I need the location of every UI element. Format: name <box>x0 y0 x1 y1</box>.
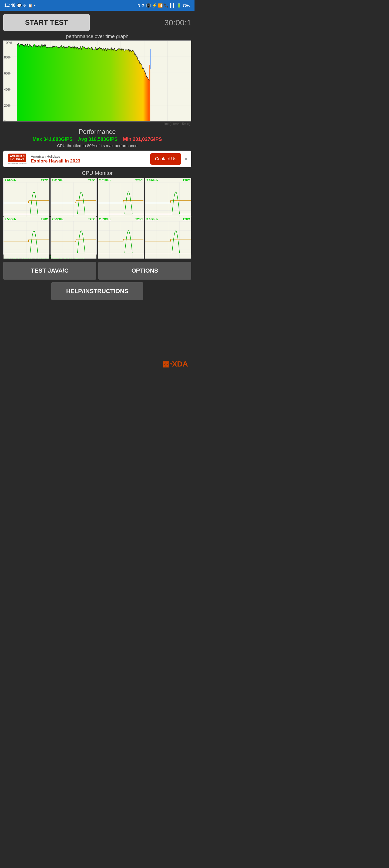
cpu-temp-5: T28C <box>88 218 95 221</box>
cpu-cell-5: 2.59GHz T28C <box>51 217 97 254</box>
cpu-cell-2: 2.01GHz T28C <box>98 178 144 216</box>
cpu-cell-7: 3.18GHz T28C <box>145 217 191 254</box>
cpu-cell-header-7: 3.18GHz T28C <box>145 217 191 221</box>
messenger-icon: 💬 <box>17 3 22 7</box>
perf-throttle-note: CPU throttled to 80% of its max performa… <box>3 143 191 148</box>
cpu-freq-6: 2.59GHz <box>99 218 111 221</box>
sync-icon: ⟳ <box>142 3 145 7</box>
cpu-monitor-title: CPU Monitor <box>3 170 191 176</box>
graph-section: performance over time graph time(interva… <box>3 34 191 126</box>
start-test-button[interactable]: START TEST <box>3 14 90 31</box>
battery-icon: 🔋 <box>177 3 181 7</box>
performance-title: Performance <box>3 128 191 135</box>
cpu-mini-canvas-2 <box>98 182 144 220</box>
cpu-mini-canvas-4 <box>3 221 49 258</box>
status-bar: 11:48 💬 ✈ 📋 • N ⟳ 📳 ⚡ 📶 📞 ▌▌ 🔋 75% <box>0 0 194 11</box>
cpu-mini-canvas-1 <box>51 182 96 220</box>
wifi-icon: 📶 <box>158 3 163 7</box>
cpu-cell-header-4: 2.59GHz T28C <box>3 217 49 221</box>
ad-logo-sub: Possibilities Unlimited <box>8 163 26 165</box>
cpu-temp-4: T28C <box>41 218 48 221</box>
call-icon: 📞 <box>164 3 169 7</box>
status-time: 11:48 💬 ✈ 📋 • <box>4 3 36 8</box>
timer-display: 30:00:1 <box>164 18 191 27</box>
perf-max: Max 341,883GIPS <box>33 136 73 142</box>
spacer <box>3 306 191 360</box>
dot-icon: • <box>34 3 36 8</box>
cpu-grid: 2.01GHz T27C 2.01GHz T28C 2.01GHz T28C 2… <box>3 178 191 254</box>
xda-logo-text: ▩▫XDA <box>162 360 188 368</box>
cpu-cell-header-1: 2.01GHz T28C <box>51 178 96 182</box>
ad-close-icon[interactable]: ✕ <box>184 156 188 162</box>
cpu-mini-canvas-7 <box>145 221 191 258</box>
xda-logo: ▩▫XDA <box>3 360 191 372</box>
cpu-freq-1: 2.01GHz <box>52 179 63 182</box>
performance-graph-canvas <box>3 41 191 121</box>
cpu-freq-3: 2.59GHz <box>146 179 158 182</box>
battery-pct: 75% <box>183 3 190 7</box>
cpu-cell-header-6: 2.59GHz T28C <box>98 217 144 221</box>
cpu-cell-0: 2.01GHz T27C <box>3 178 50 216</box>
bluetooth-icon: ⚡ <box>152 3 157 7</box>
cpu-temp-7: T28C <box>183 218 190 221</box>
cpu-cell-header-2: 2.01GHz T28C <box>98 178 144 182</box>
signal-icon: ▌▌ <box>170 3 175 7</box>
ad-contact-button[interactable]: Contact Us <box>150 153 181 165</box>
telegram-icon: ✈ <box>23 3 26 7</box>
cpu-mini-canvas-0 <box>3 182 49 220</box>
cpu-temp-6: T28C <box>135 218 143 221</box>
cpu-mini-canvas-6 <box>98 221 144 258</box>
ad-banner: AMERICANHOLIDAYS Possibilities Unlimited… <box>3 151 191 167</box>
ad-logo-box: AMERICANHOLIDAYS <box>8 154 26 162</box>
cpu-temp-1: T28C <box>88 179 95 182</box>
cpu-cell-6: 2.59GHz T28C <box>98 217 144 254</box>
cpu-cell-1: 2.01GHz T28C <box>51 178 97 216</box>
ad-logo: AMERICANHOLIDAYS Possibilities Unlimited <box>6 154 28 165</box>
cpu-mini-canvas-3 <box>145 182 191 220</box>
cpu-freq-5: 2.59GHz <box>52 218 63 221</box>
help-instructions-button[interactable]: HELP/INSTRUCTIONS <box>51 282 143 300</box>
ad-text-main: Explore Hawaii in 2023 <box>31 158 147 164</box>
graph-x-label: time(interval 5min) <box>3 122 191 126</box>
notes-icon: 📋 <box>28 3 32 7</box>
cpu-freq-4: 2.59GHz <box>5 218 16 221</box>
cpu-freq-7: 3.18GHz <box>146 218 158 221</box>
cpu-cell-header-3: 2.59GHz T28C <box>145 178 191 182</box>
perf-min: Min 201,027GIPS <box>123 136 162 142</box>
options-button[interactable]: OPTIONS <box>98 262 191 280</box>
test-java-c-button[interactable]: TEST JAVA/C <box>3 262 96 280</box>
cpu-cell-3: 2.59GHz T28C <box>145 178 191 216</box>
cpu-cell-header-0: 2.01GHz T27C <box>3 178 49 182</box>
graph-title: performance over time graph <box>3 34 191 39</box>
perf-avg: Avg 316,583GIPS <box>78 136 117 142</box>
cpu-cell-4: 2.59GHz T28C <box>3 217 50 254</box>
cpu-temp-0: T27C <box>41 179 48 182</box>
cpu-freq-0: 2.01GHz <box>5 179 16 182</box>
vibrate-icon: 📳 <box>146 3 151 7</box>
ad-text-top: American Holidays <box>31 154 147 158</box>
cpu-freq-2: 2.01GHz <box>99 179 111 182</box>
cpu-mini-canvas-5 <box>51 221 96 258</box>
status-right: N ⟳ 📳 ⚡ 📶 📞 ▌▌ 🔋 75% <box>138 3 190 7</box>
graph-container <box>3 40 191 121</box>
bottom-buttons: TEST JAVA/C OPTIONS <box>3 262 191 280</box>
cpu-temp-3: T28C <box>183 179 190 182</box>
performance-numbers: Max 341,883GIPS Avg 316,583GIPS Min 201,… <box>3 136 191 142</box>
main-content: START TEST 30:00:1 performance over time… <box>0 11 194 375</box>
ad-text: American Holidays Explore Hawaii in 2023 <box>31 154 147 164</box>
performance-stats: Performance Max 341,883GIPS Avg 316,583G… <box>3 128 191 148</box>
top-controls: START TEST 30:00:1 <box>3 14 191 31</box>
cpu-cell-header-5: 2.59GHz T28C <box>51 217 96 221</box>
cpu-temp-2: T28C <box>135 179 143 182</box>
nfc-icon: N <box>138 3 140 7</box>
